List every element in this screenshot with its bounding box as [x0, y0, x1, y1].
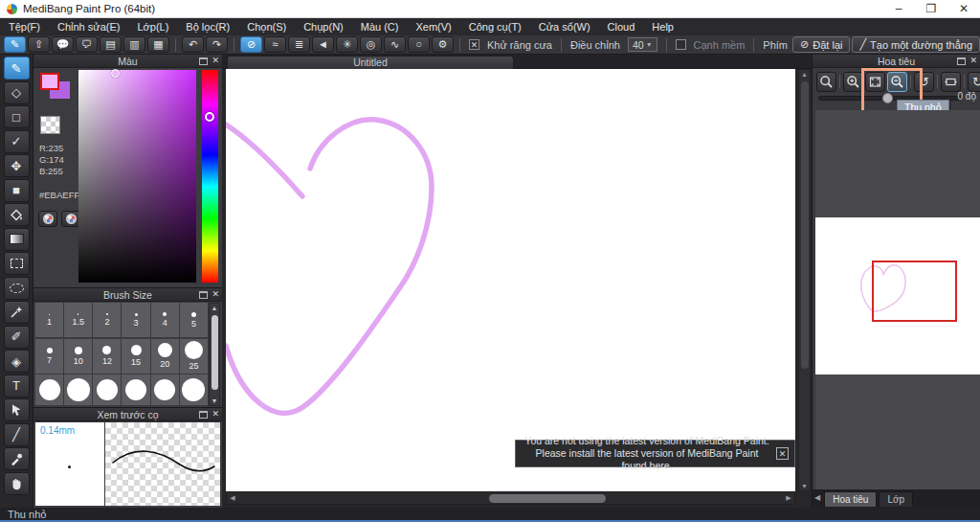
document-tab[interactable]: Untitled [227, 56, 514, 69]
hue-marker-icon[interactable] [205, 112, 214, 122]
brush-size-cell[interactable]: 15 [122, 339, 150, 374]
gradient-tool[interactable] [4, 228, 30, 251]
hue-slider[interactable] [202, 70, 218, 283]
lasso-tool[interactable] [4, 277, 30, 300]
operation-tool[interactable] [4, 398, 30, 421]
rotate-right-button[interactable]: ↻ [968, 72, 980, 92]
scroll-down-icon[interactable]: ▼ [210, 397, 219, 404]
brush-size-cell[interactable] [180, 374, 209, 406]
popout-icon[interactable] [957, 57, 966, 65]
soft-edge-checkbox[interactable] [676, 39, 686, 50]
brush-size-cell[interactable]: 5 [180, 303, 209, 338]
zoom-in-button[interactable] [843, 72, 863, 92]
minimize-button[interactable]: – [882, 0, 915, 17]
horizontal-scrollbar[interactable]: ◀ ▶ [226, 491, 795, 505]
scroll-track[interactable] [238, 492, 783, 504]
straight-line-button[interactable]: ╱ Tạo một đường thẳng [852, 36, 980, 53]
snap-radial-button[interactable]: ✳ [336, 36, 358, 53]
palette-add-button[interactable] [61, 211, 80, 227]
document-button[interactable]: ▤ [100, 36, 122, 53]
scroll-up-icon[interactable]: ▲ [210, 305, 219, 311]
eraser-tool[interactable]: ◇ [4, 81, 30, 104]
zoom-original-button[interactable] [816, 72, 836, 92]
scroll-thumb[interactable] [212, 315, 218, 390]
menu-select[interactable]: Chọn(S) [238, 18, 295, 35]
fit-screen-button[interactable] [941, 72, 961, 92]
close-button[interactable]: ✕ [947, 0, 980, 17]
brush-size-cell[interactable]: 2 [93, 303, 122, 338]
snap-concentric-button[interactable]: ◎ [360, 36, 382, 53]
transparent-swatch[interactable] [40, 116, 60, 134]
figure-tool[interactable]: □ [4, 105, 30, 128]
hand-tool[interactable] [4, 472, 30, 495]
brush-size-cell[interactable] [93, 374, 122, 406]
maximize-button[interactable]: ❐ [915, 0, 947, 17]
brush-size-cell[interactable]: 10 [64, 339, 93, 374]
brush-mode-button[interactable]: ✎ [4, 36, 26, 53]
no-correction-button[interactable]: ⊘ [240, 36, 262, 53]
divide-tool[interactable]: ╱ [4, 423, 30, 446]
brush-scrollbar[interactable]: ▲ ▼ [209, 303, 220, 406]
navigator-preview[interactable] [815, 217, 980, 374]
brush-size-cell[interactable]: 7 [35, 339, 64, 374]
move-tool[interactable]: ✥ [4, 154, 30, 177]
notification-close-button[interactable]: ✕ [776, 447, 789, 460]
tab-layers[interactable]: Lớp [879, 491, 913, 507]
export-button[interactable]: ⇧ [28, 36, 50, 53]
snap-ellipse-button[interactable]: ○ [408, 36, 430, 53]
menu-capture[interactable]: Chụp(N) [295, 18, 352, 35]
dot-pen-tool[interactable]: ✓ [4, 130, 30, 153]
brush-size-cell[interactable]: 12 [93, 339, 122, 374]
snap-curve-button[interactable]: ∿ [384, 36, 406, 53]
menu-view[interactable]: Xem(V) [407, 18, 459, 35]
adjust-dropdown[interactable]: 40 ▼ [628, 37, 657, 52]
menu-filter[interactable]: Bộ lọc(R) [177, 18, 238, 35]
brush-size-cell[interactable]: 4 [151, 303, 180, 338]
saturation-value-picker[interactable] [78, 70, 196, 283]
bucket-tool[interactable] [4, 203, 30, 226]
panel-grid-button[interactable]: ▦ [147, 36, 169, 53]
sv-marker-icon[interactable] [111, 69, 120, 78]
popout-icon[interactable] [199, 411, 208, 419]
fit-window-button[interactable] [865, 72, 885, 92]
popout-icon[interactable] [199, 57, 208, 65]
antialias-checkbox[interactable]: ✕ [469, 39, 479, 50]
brush-size-cell[interactable]: 3 [122, 303, 150, 338]
brush-size-cell[interactable] [35, 374, 64, 406]
text-tool[interactable]: T [4, 374, 30, 397]
brush-tool[interactable]: ✎ [4, 57, 30, 79]
redo-button[interactable]: ↷ [206, 36, 228, 53]
brush-size-cell[interactable]: 1.5 [64, 303, 93, 338]
scroll-thumb[interactable] [801, 81, 809, 369]
viewport-rectangle[interactable] [872, 261, 957, 322]
brush-size-cell[interactable] [151, 374, 180, 406]
fill-rect-tool[interactable]: ■ [4, 179, 30, 202]
snap-parallel-button[interactable]: ◄ [312, 36, 334, 53]
menu-edit[interactable]: Chỉnh sửa(E) [49, 18, 128, 35]
tab-navigator[interactable]: Hoa tiêu [824, 491, 877, 507]
menu-layer[interactable]: Lớp(L) [128, 18, 177, 35]
select-eraser-tool[interactable]: ◈ [4, 350, 30, 373]
brush-size-cell[interactable] [64, 374, 93, 406]
magic-wand-tool[interactable] [4, 301, 30, 324]
popout-icon[interactable] [199, 291, 208, 299]
palette-button[interactable] [38, 211, 57, 227]
scroll-down-icon[interactable]: ▼ [799, 483, 810, 489]
menu-tools[interactable]: Công cụ(T) [460, 18, 530, 35]
scroll-left-icon[interactable]: ◀ [227, 494, 238, 502]
comment-button[interactable]: 💬 [52, 36, 74, 53]
menu-color[interactable]: Màu (C) [352, 18, 408, 35]
foreground-color-swatch[interactable] [40, 73, 59, 90]
menu-file[interactable]: Tệp(F) [0, 18, 49, 35]
eyedropper-tool[interactable] [4, 447, 30, 470]
scroll-up-icon[interactable]: ▲ [799, 71, 810, 78]
scroll-thumb[interactable] [489, 494, 606, 503]
correction-strong-button[interactable]: ≣ [288, 36, 310, 53]
close-icon[interactable]: ✕ [212, 290, 219, 299]
comment-list-button[interactable]: 🗩 [76, 36, 98, 53]
slider-thumb[interactable] [882, 93, 893, 103]
close-icon[interactable]: ✕ [212, 410, 219, 419]
correction-light-button[interactable]: ≈ [264, 36, 286, 53]
zoom-out-button[interactable] [887, 72, 907, 92]
brush-size-cell[interactable] [122, 374, 150, 406]
